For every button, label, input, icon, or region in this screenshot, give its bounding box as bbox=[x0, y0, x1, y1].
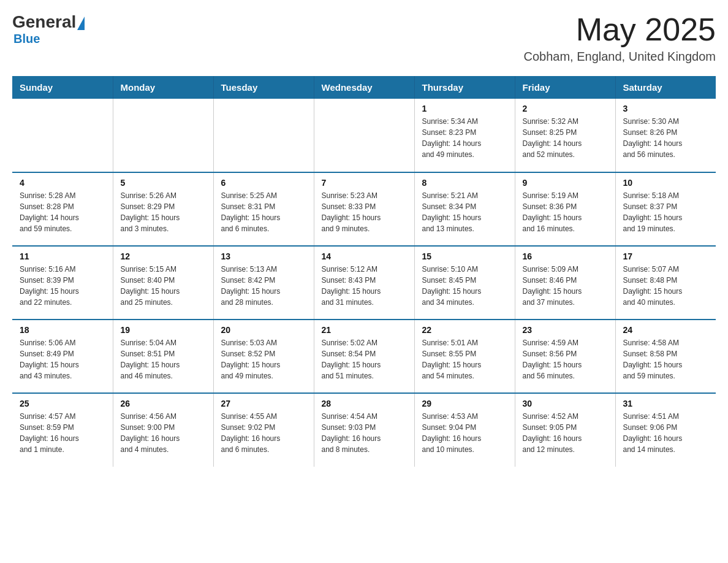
weekday-header-wednesday: Wednesday bbox=[314, 76, 414, 99]
week-row-4: 18Sunrise: 5:06 AM Sunset: 8:49 PM Dayli… bbox=[12, 320, 716, 393]
day-cell bbox=[213, 99, 314, 172]
day-number: 22 bbox=[422, 325, 507, 335]
day-info: Sunrise: 5:06 AM Sunset: 8:49 PM Dayligh… bbox=[20, 337, 105, 381]
day-info: Sunrise: 5:12 AM Sunset: 8:43 PM Dayligh… bbox=[322, 264, 407, 308]
day-info: Sunrise: 4:58 AM Sunset: 8:58 PM Dayligh… bbox=[623, 337, 709, 381]
day-number: 30 bbox=[523, 399, 608, 408]
day-info: Sunrise: 5:30 AM Sunset: 8:26 PM Dayligh… bbox=[623, 116, 709, 160]
day-number: 3 bbox=[623, 104, 709, 113]
day-cell: 7Sunrise: 5:23 AM Sunset: 8:33 PM Daylig… bbox=[314, 172, 414, 246]
day-number: 26 bbox=[121, 399, 206, 408]
logo-triangle-icon bbox=[77, 17, 85, 30]
weekday-header-tuesday: Tuesday bbox=[213, 76, 314, 99]
day-number: 12 bbox=[121, 251, 206, 261]
day-info: Sunrise: 4:54 AM Sunset: 9:03 PM Dayligh… bbox=[322, 411, 407, 455]
week-row-3: 11Sunrise: 5:16 AM Sunset: 8:39 PM Dayli… bbox=[12, 246, 716, 320]
day-number: 14 bbox=[322, 251, 407, 261]
day-cell bbox=[113, 99, 213, 172]
day-info: Sunrise: 5:19 AM Sunset: 8:36 PM Dayligh… bbox=[523, 190, 608, 234]
day-info: Sunrise: 5:01 AM Sunset: 8:55 PM Dayligh… bbox=[422, 337, 507, 381]
day-number: 31 bbox=[623, 399, 709, 408]
day-number: 15 bbox=[422, 251, 507, 261]
month-title: May 2025 bbox=[523, 12, 716, 47]
day-number: 9 bbox=[523, 178, 608, 188]
weekday-header-monday: Monday bbox=[113, 76, 213, 99]
logo-top: General bbox=[12, 12, 85, 32]
day-number: 13 bbox=[221, 251, 306, 261]
day-cell: 14Sunrise: 5:12 AM Sunset: 8:43 PM Dayli… bbox=[314, 246, 414, 320]
day-number: 7 bbox=[322, 178, 407, 188]
week-row-5: 25Sunrise: 4:57 AM Sunset: 8:59 PM Dayli… bbox=[12, 393, 716, 467]
week-row-1: 1Sunrise: 5:34 AM Sunset: 8:23 PM Daylig… bbox=[12, 99, 716, 172]
day-cell: 13Sunrise: 5:13 AM Sunset: 8:42 PM Dayli… bbox=[213, 246, 314, 320]
day-cell: 2Sunrise: 5:32 AM Sunset: 8:25 PM Daylig… bbox=[515, 99, 615, 172]
day-cell: 1Sunrise: 5:34 AM Sunset: 8:23 PM Daylig… bbox=[414, 99, 515, 172]
day-number: 11 bbox=[20, 251, 105, 261]
day-info: Sunrise: 5:02 AM Sunset: 8:54 PM Dayligh… bbox=[322, 337, 407, 381]
day-number: 25 bbox=[20, 399, 105, 408]
day-cell: 6Sunrise: 5:25 AM Sunset: 8:31 PM Daylig… bbox=[213, 172, 314, 246]
day-info: Sunrise: 4:59 AM Sunset: 8:56 PM Dayligh… bbox=[523, 337, 608, 381]
day-cell: 30Sunrise: 4:52 AM Sunset: 9:05 PM Dayli… bbox=[515, 393, 615, 467]
logo-general-text: General bbox=[12, 12, 76, 32]
day-info: Sunrise: 4:55 AM Sunset: 9:02 PM Dayligh… bbox=[221, 411, 306, 455]
day-number: 1 bbox=[422, 104, 507, 113]
weekday-header-friday: Friday bbox=[515, 76, 615, 99]
day-cell: 31Sunrise: 4:51 AM Sunset: 9:06 PM Dayli… bbox=[615, 393, 716, 467]
day-cell: 29Sunrise: 4:53 AM Sunset: 9:04 PM Dayli… bbox=[414, 393, 515, 467]
logo: General Blue bbox=[12, 12, 85, 46]
day-info: Sunrise: 4:52 AM Sunset: 9:05 PM Dayligh… bbox=[523, 411, 608, 455]
weekday-header-sunday: Sunday bbox=[12, 76, 113, 99]
day-cell: 5Sunrise: 5:26 AM Sunset: 8:29 PM Daylig… bbox=[113, 172, 213, 246]
day-cell bbox=[12, 99, 113, 172]
day-number: 16 bbox=[523, 251, 608, 261]
day-cell: 11Sunrise: 5:16 AM Sunset: 8:39 PM Dayli… bbox=[12, 246, 113, 320]
day-cell: 3Sunrise: 5:30 AM Sunset: 8:26 PM Daylig… bbox=[615, 99, 716, 172]
day-info: Sunrise: 5:10 AM Sunset: 8:45 PM Dayligh… bbox=[422, 264, 507, 308]
day-info: Sunrise: 5:23 AM Sunset: 8:33 PM Dayligh… bbox=[322, 190, 407, 234]
day-number: 27 bbox=[221, 399, 306, 408]
weekday-header-row: SundayMondayTuesdayWednesdayThursdayFrid… bbox=[12, 76, 716, 99]
day-number: 4 bbox=[20, 178, 105, 188]
day-number: 20 bbox=[221, 325, 306, 335]
day-info: Sunrise: 4:56 AM Sunset: 9:00 PM Dayligh… bbox=[121, 411, 206, 455]
day-info: Sunrise: 5:16 AM Sunset: 8:39 PM Dayligh… bbox=[20, 264, 105, 308]
day-cell: 21Sunrise: 5:02 AM Sunset: 8:54 PM Dayli… bbox=[314, 320, 414, 393]
day-info: Sunrise: 5:07 AM Sunset: 8:48 PM Dayligh… bbox=[623, 264, 709, 308]
day-info: Sunrise: 5:18 AM Sunset: 8:37 PM Dayligh… bbox=[623, 190, 709, 234]
day-number: 5 bbox=[121, 178, 206, 188]
day-info: Sunrise: 4:51 AM Sunset: 9:06 PM Dayligh… bbox=[623, 411, 709, 455]
day-number: 2 bbox=[523, 104, 608, 113]
location-text: Cobham, England, United Kingdom bbox=[523, 50, 716, 64]
day-info: Sunrise: 4:57 AM Sunset: 8:59 PM Dayligh… bbox=[20, 411, 105, 455]
weekday-header-saturday: Saturday bbox=[615, 76, 716, 99]
day-number: 17 bbox=[623, 251, 709, 261]
day-cell: 9Sunrise: 5:19 AM Sunset: 8:36 PM Daylig… bbox=[515, 172, 615, 246]
day-cell: 25Sunrise: 4:57 AM Sunset: 8:59 PM Dayli… bbox=[12, 393, 113, 467]
day-cell: 15Sunrise: 5:10 AM Sunset: 8:45 PM Dayli… bbox=[414, 246, 515, 320]
day-cell: 23Sunrise: 4:59 AM Sunset: 8:56 PM Dayli… bbox=[515, 320, 615, 393]
calendar-table: SundayMondayTuesdayWednesdayThursdayFrid… bbox=[12, 76, 716, 467]
day-cell: 10Sunrise: 5:18 AM Sunset: 8:37 PM Dayli… bbox=[615, 172, 716, 246]
day-number: 28 bbox=[322, 399, 407, 408]
day-number: 10 bbox=[623, 178, 709, 188]
day-cell: 12Sunrise: 5:15 AM Sunset: 8:40 PM Dayli… bbox=[113, 246, 213, 320]
day-number: 29 bbox=[422, 399, 507, 408]
day-number: 23 bbox=[523, 325, 608, 335]
day-cell: 17Sunrise: 5:07 AM Sunset: 8:48 PM Dayli… bbox=[615, 246, 716, 320]
week-row-2: 4Sunrise: 5:28 AM Sunset: 8:28 PM Daylig… bbox=[12, 172, 716, 246]
page-header: General Blue May 2025 Cobham, England, U… bbox=[12, 12, 716, 64]
day-number: 6 bbox=[221, 178, 306, 188]
day-info: Sunrise: 5:28 AM Sunset: 8:28 PM Dayligh… bbox=[20, 190, 105, 234]
day-info: Sunrise: 5:03 AM Sunset: 8:52 PM Dayligh… bbox=[221, 337, 306, 381]
day-number: 21 bbox=[322, 325, 407, 335]
day-number: 8 bbox=[422, 178, 507, 188]
day-cell: 16Sunrise: 5:09 AM Sunset: 8:46 PM Dayli… bbox=[515, 246, 615, 320]
day-info: Sunrise: 5:09 AM Sunset: 8:46 PM Dayligh… bbox=[523, 264, 608, 308]
day-info: Sunrise: 4:53 AM Sunset: 9:04 PM Dayligh… bbox=[422, 411, 507, 455]
weekday-header-thursday: Thursday bbox=[414, 76, 515, 99]
day-info: Sunrise: 5:21 AM Sunset: 8:34 PM Dayligh… bbox=[422, 190, 507, 234]
day-cell: 8Sunrise: 5:21 AM Sunset: 8:34 PM Daylig… bbox=[414, 172, 515, 246]
day-info: Sunrise: 5:25 AM Sunset: 8:31 PM Dayligh… bbox=[221, 190, 306, 234]
day-cell: 28Sunrise: 4:54 AM Sunset: 9:03 PM Dayli… bbox=[314, 393, 414, 467]
